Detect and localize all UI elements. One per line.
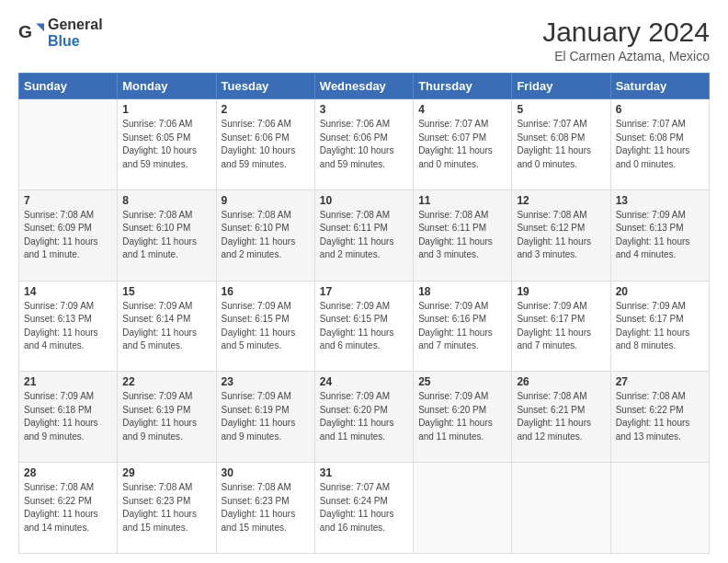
calendar-cell: 10Sunrise: 7:08 AMSunset: 6:11 PMDayligh…: [314, 190, 413, 281]
day-number: 31: [320, 466, 408, 479]
day-info: Sunrise: 7:08 AMSunset: 6:21 PMDaylight:…: [517, 390, 605, 443]
day-info: Sunrise: 7:08 AMSunset: 6:23 PMDaylight:…: [122, 481, 210, 534]
day-info: Sunrise: 7:08 AMSunset: 6:11 PMDaylight:…: [418, 209, 506, 262]
day-number: 15: [122, 285, 210, 298]
calendar-cell: [512, 463, 610, 554]
day-number: 3: [320, 103, 408, 116]
svg-marker-1: [36, 24, 44, 32]
logo-icon: G: [18, 20, 44, 46]
day-number: 25: [418, 375, 506, 388]
calendar-cell: 20Sunrise: 7:09 AMSunset: 6:17 PMDayligh…: [610, 281, 709, 372]
day-number: 9: [222, 194, 310, 207]
day-number: 2: [222, 103, 310, 116]
day-info: Sunrise: 7:08 AMSunset: 6:12 PMDaylight:…: [517, 209, 605, 262]
day-info: Sunrise: 7:08 AMSunset: 6:23 PMDaylight:…: [222, 481, 310, 534]
day-info: Sunrise: 7:08 AMSunset: 6:22 PMDaylight:…: [24, 481, 112, 534]
day-info: Sunrise: 7:06 AMSunset: 6:05 PMDaylight:…: [122, 118, 210, 171]
day-number: 20: [616, 285, 704, 298]
day-info: Sunrise: 7:06 AMSunset: 6:06 PMDaylight:…: [320, 118, 408, 171]
calendar-cell: 23Sunrise: 7:09 AMSunset: 6:19 PMDayligh…: [216, 372, 314, 463]
week-row-5: 28Sunrise: 7:08 AMSunset: 6:22 PMDayligh…: [19, 463, 710, 554]
calendar-cell: 7Sunrise: 7:08 AMSunset: 6:09 PMDaylight…: [19, 190, 118, 281]
day-info: Sunrise: 7:09 AMSunset: 6:17 PMDaylight:…: [616, 300, 704, 353]
day-info: Sunrise: 7:08 AMSunset: 6:10 PMDaylight:…: [122, 209, 210, 262]
calendar-cell: 6Sunrise: 7:07 AMSunset: 6:08 PMDaylight…: [610, 99, 709, 190]
day-info: Sunrise: 7:09 AMSunset: 6:18 PMDaylight:…: [24, 390, 112, 443]
calendar-cell: 1Sunrise: 7:06 AMSunset: 6:05 PMDaylight…: [118, 99, 216, 190]
column-header-sunday: Sunday: [19, 74, 118, 99]
day-number: 14: [24, 285, 112, 298]
day-number: 26: [517, 375, 605, 388]
column-header-thursday: Thursday: [414, 74, 512, 99]
day-info: Sunrise: 7:08 AMSunset: 6:22 PMDaylight:…: [616, 390, 704, 443]
column-header-tuesday: Tuesday: [216, 74, 314, 99]
calendar-cell: [414, 463, 512, 554]
calendar-cell: [19, 99, 118, 190]
day-number: 28: [24, 466, 112, 479]
day-info: Sunrise: 7:07 AMSunset: 6:08 PMDaylight:…: [616, 118, 704, 171]
day-info: Sunrise: 7:08 AMSunset: 6:11 PMDaylight:…: [320, 209, 408, 262]
logo-blue: Blue: [48, 33, 80, 49]
calendar-cell: 13Sunrise: 7:09 AMSunset: 6:13 PMDayligh…: [610, 190, 709, 281]
calendar-cell: 31Sunrise: 7:07 AMSunset: 6:24 PMDayligh…: [314, 463, 413, 554]
day-info: Sunrise: 7:07 AMSunset: 6:24 PMDaylight:…: [320, 481, 408, 534]
day-number: 4: [418, 103, 506, 116]
week-row-4: 21Sunrise: 7:09 AMSunset: 6:18 PMDayligh…: [19, 372, 710, 463]
calendar-cell: 12Sunrise: 7:08 AMSunset: 6:12 PMDayligh…: [512, 190, 610, 281]
column-header-monday: Monday: [118, 74, 216, 99]
calendar-cell: 28Sunrise: 7:08 AMSunset: 6:22 PMDayligh…: [19, 463, 118, 554]
day-number: 5: [517, 103, 605, 116]
page: G General Blue January 2024 El Carmen Az…: [0, 0, 728, 563]
day-number: 23: [222, 375, 310, 388]
day-number: 7: [24, 194, 112, 207]
day-info: Sunrise: 7:06 AMSunset: 6:06 PMDaylight:…: [222, 118, 310, 171]
calendar-cell: 14Sunrise: 7:09 AMSunset: 6:13 PMDayligh…: [19, 281, 118, 372]
calendar-cell: 27Sunrise: 7:08 AMSunset: 6:22 PMDayligh…: [610, 372, 709, 463]
day-info: Sunrise: 7:07 AMSunset: 6:07 PMDaylight:…: [418, 118, 506, 171]
day-info: Sunrise: 7:09 AMSunset: 6:14 PMDaylight:…: [122, 300, 210, 353]
day-info: Sunrise: 7:07 AMSunset: 6:08 PMDaylight:…: [517, 118, 605, 171]
day-info: Sunrise: 7:09 AMSunset: 6:13 PMDaylight:…: [24, 300, 112, 353]
svg-text:G: G: [18, 22, 32, 41]
page-title: January 2024: [542, 17, 710, 47]
day-number: 21: [24, 375, 112, 388]
day-info: Sunrise: 7:08 AMSunset: 6:09 PMDaylight:…: [24, 209, 112, 262]
day-info: Sunrise: 7:09 AMSunset: 6:16 PMDaylight:…: [418, 300, 506, 353]
day-info: Sunrise: 7:09 AMSunset: 6:13 PMDaylight:…: [616, 209, 704, 262]
calendar-cell: 8Sunrise: 7:08 AMSunset: 6:10 PMDaylight…: [118, 190, 216, 281]
calendar-cell: 24Sunrise: 7:09 AMSunset: 6:20 PMDayligh…: [314, 372, 413, 463]
calendar-cell: 2Sunrise: 7:06 AMSunset: 6:06 PMDaylight…: [216, 99, 314, 190]
day-number: 30: [222, 466, 310, 479]
day-number: 13: [616, 194, 704, 207]
calendar-cell: 25Sunrise: 7:09 AMSunset: 6:20 PMDayligh…: [414, 372, 512, 463]
day-number: 12: [517, 194, 605, 207]
day-number: 29: [122, 466, 210, 479]
day-number: 11: [418, 194, 506, 207]
day-number: 16: [222, 285, 310, 298]
logo-general: General: [48, 17, 103, 32]
calendar-cell: 30Sunrise: 7:08 AMSunset: 6:23 PMDayligh…: [216, 463, 314, 554]
week-row-3: 14Sunrise: 7:09 AMSunset: 6:13 PMDayligh…: [19, 281, 710, 372]
page-subtitle: El Carmen Aztama, Mexico: [542, 49, 710, 63]
day-number: 1: [122, 103, 210, 116]
day-number: 17: [320, 285, 408, 298]
top-section: G General Blue January 2024 El Carmen Az…: [18, 17, 710, 63]
day-info: Sunrise: 7:09 AMSunset: 6:19 PMDaylight:…: [222, 390, 310, 443]
header-row: SundayMondayTuesdayWednesdayThursdayFrid…: [19, 74, 710, 99]
calendar-cell: 18Sunrise: 7:09 AMSunset: 6:16 PMDayligh…: [414, 281, 512, 372]
day-number: 8: [122, 194, 210, 207]
calendar-cell: [610, 463, 709, 554]
day-number: 10: [320, 194, 408, 207]
day-number: 19: [517, 285, 605, 298]
calendar-cell: 5Sunrise: 7:07 AMSunset: 6:08 PMDaylight…: [512, 99, 610, 190]
calendar-cell: 29Sunrise: 7:08 AMSunset: 6:23 PMDayligh…: [118, 463, 216, 554]
calendar-body: 1Sunrise: 7:06 AMSunset: 6:05 PMDaylight…: [19, 99, 710, 554]
week-row-1: 1Sunrise: 7:06 AMSunset: 6:05 PMDaylight…: [19, 99, 710, 190]
day-number: 22: [122, 375, 210, 388]
calendar-cell: 4Sunrise: 7:07 AMSunset: 6:07 PMDaylight…: [414, 99, 512, 190]
week-row-2: 7Sunrise: 7:08 AMSunset: 6:09 PMDaylight…: [19, 190, 710, 281]
title-section: January 2024 El Carmen Aztama, Mexico: [542, 17, 710, 63]
calendar-cell: 22Sunrise: 7:09 AMSunset: 6:19 PMDayligh…: [118, 372, 216, 463]
day-number: 18: [418, 285, 506, 298]
calendar-cell: 21Sunrise: 7:09 AMSunset: 6:18 PMDayligh…: [19, 372, 118, 463]
